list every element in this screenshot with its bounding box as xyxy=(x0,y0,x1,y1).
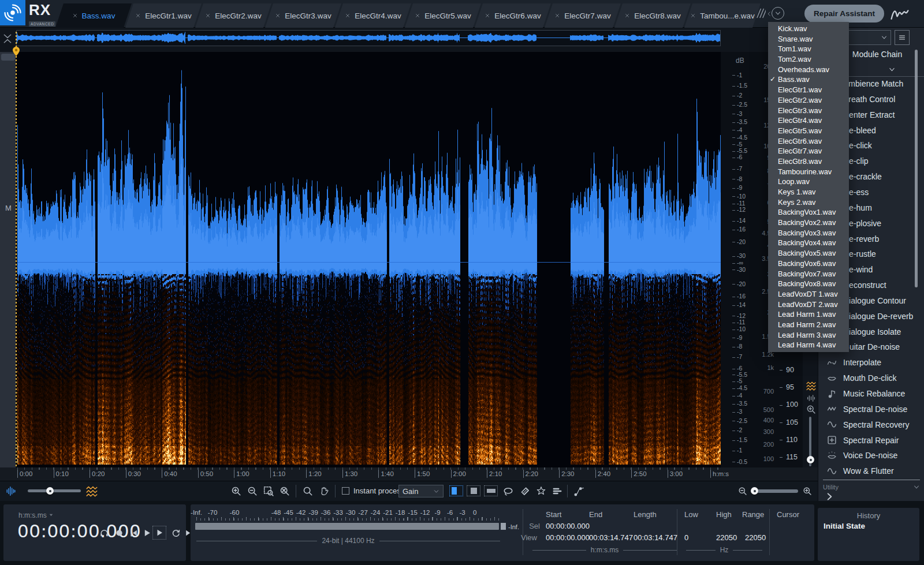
zoom-selection-button[interactable] xyxy=(263,486,274,496)
menu-item-backingvox6-wav[interactable]: BackingVox6.wav xyxy=(768,259,849,269)
horizontal-zoom-out-icon[interactable] xyxy=(738,487,747,496)
close-tab-icon[interactable] xyxy=(72,13,78,18)
repair-assistant-button[interactable]: Repair Assistant xyxy=(804,5,884,23)
module-item-spectral-recovery[interactable]: Spectral Recovery xyxy=(818,417,924,432)
utility-section-header[interactable]: Utility xyxy=(823,484,920,491)
menu-item-elecgtr4-wav[interactable]: ElecGtr4.wav xyxy=(768,115,849,126)
close-tab-icon[interactable] xyxy=(135,13,141,18)
module-item-music-rebalance[interactable]: Music Rebalance xyxy=(818,386,924,402)
spectrogram-view-toggle-icon[interactable] xyxy=(806,381,816,391)
waveform-overview-strip[interactable] xyxy=(16,30,721,46)
loop-playback-button[interactable] xyxy=(171,528,181,538)
menu-item-backingvox7-wav[interactable]: BackingVox7.wav xyxy=(768,269,849,279)
horizontal-zoom-in-icon[interactable] xyxy=(803,487,812,496)
module-item-spectral-repair[interactable]: Spectral Repair xyxy=(818,432,924,448)
magnify-tool-button[interactable] xyxy=(303,486,313,496)
view-start-value[interactable]: 00:00:00.000 xyxy=(546,533,590,542)
view-low-value[interactable]: 0 xyxy=(684,533,688,542)
menu-item-elecgtr5-wav[interactable]: ElecGtr5.wav xyxy=(768,126,849,136)
file-tab-elecgtr2-wav[interactable]: ElecGtr2.wav xyxy=(195,3,271,28)
menu-item-leadvoxdt-2-wav[interactable]: LeadVoxDT 2.wav xyxy=(768,300,849,310)
menu-item-tom2-wav[interactable]: Tom2.wav xyxy=(768,54,849,65)
brush-selection-tool[interactable] xyxy=(520,486,530,496)
hand-tool-button[interactable] xyxy=(319,486,329,496)
menu-item-leadvoxdt-1-wav[interactable]: LeadVoxDT 1.wav xyxy=(768,289,849,300)
magic-wand-tool[interactable] xyxy=(536,486,546,496)
menu-item-backingvox8-wav[interactable]: BackingVox8.wav xyxy=(768,279,849,289)
module-item-mouth-de-click[interactable]: Mouth De-click xyxy=(818,371,924,386)
view-range-value[interactable]: 22050 xyxy=(745,533,766,542)
module-item-voice-de-noise[interactable]: Voice De-noise xyxy=(818,448,924,463)
file-tab-tambou-e-wav[interactable]: Tambou...e.wav xyxy=(684,3,761,28)
time-ruler[interactable]: 0:000:100:200:300:400:501:001:101:201:30… xyxy=(0,467,924,481)
waveform-display-icon[interactable] xyxy=(6,486,16,496)
file-tab-elecgtr5-wav[interactable]: ElecGtr5.wav xyxy=(405,3,481,28)
find-similar-tool[interactable] xyxy=(552,486,562,496)
view-length-value[interactable]: 00:03:14.747 xyxy=(634,533,677,542)
menu-item-elecgtr2-wav[interactable]: ElecGtr2.wav xyxy=(768,95,849,106)
time-selection-tool[interactable] xyxy=(449,485,463,496)
more-tabs-icon[interactable] xyxy=(754,7,766,20)
menu-item-snare-wav[interactable]: Snare.wav xyxy=(768,34,849,44)
channel-strip[interactable] xyxy=(0,52,16,467)
playhead-pin-icon[interactable] xyxy=(12,46,21,57)
view-high-value[interactable]: 22050 xyxy=(716,533,737,542)
record-button[interactable] xyxy=(114,528,124,538)
display-blend-slider-thumb[interactable] xyxy=(46,487,54,495)
zoom-out-button[interactable] xyxy=(247,486,258,496)
level-meter-icon[interactable] xyxy=(806,393,816,403)
spectrogram-view[interactable] xyxy=(16,52,721,467)
menu-item-lead-harm-3-wav[interactable]: Lead Harm 3.wav xyxy=(768,330,849,341)
vertical-zoom-in-icon[interactable] xyxy=(806,405,816,414)
close-tab-icon[interactable] xyxy=(485,13,490,18)
menu-item-bass-wav[interactable]: ✓Bass.wav xyxy=(768,74,849,85)
menu-item-elecgtr1-wav[interactable]: ElecGtr1.wav xyxy=(768,85,849,95)
vertical-zoom-slider-thumb[interactable] xyxy=(807,456,814,463)
close-tab-icon[interactable] xyxy=(554,13,560,18)
menu-item-backingvox2-wav[interactable]: BackingVox2.wav xyxy=(768,218,849,228)
file-tab-elecgtr4-wav[interactable]: ElecGtr4.wav xyxy=(335,3,411,28)
play-selection-button[interactable] xyxy=(152,526,166,540)
menu-item-tambourine-wav[interactable]: Tambourine.wav xyxy=(768,167,849,177)
zoom-reset-button[interactable] xyxy=(280,486,290,496)
module-item-interpolate[interactable]: Interpolate xyxy=(818,355,924,371)
sel-start-value[interactable]: 00:00:00.000 xyxy=(546,522,590,530)
tab-list-dropdown-button[interactable] xyxy=(772,7,784,20)
file-tab-elecgtr1-wav[interactable]: ElecGtr1.wav xyxy=(125,3,202,28)
frequency-selection-tool[interactable] xyxy=(484,485,498,496)
menu-item-tom1-wav[interactable]: Tom1.wav xyxy=(768,44,849,54)
menu-item-overheads-wav[interactable]: Overheads.wav xyxy=(768,65,849,75)
close-tab-icon[interactable] xyxy=(690,13,696,18)
module-item-wow-flutter[interactable]: Wow & Flutter xyxy=(818,463,924,479)
spectrogram-display-icon[interactable] xyxy=(85,485,98,497)
time-format-selector[interactable]: h:m:s.ms xyxy=(18,511,54,519)
module-list-scrollbar[interactable] xyxy=(915,50,918,287)
file-tab-elecgtr3-wav[interactable]: ElecGtr3.wav xyxy=(265,3,341,28)
spectrogram-canvas[interactable] xyxy=(17,52,721,467)
menu-item-loop-wav[interactable]: Loop.wav xyxy=(768,177,849,187)
menu-item-elecgtr6-wav[interactable]: ElecGtr6.wav xyxy=(768,136,849,147)
menu-item-elecgtr8-wav[interactable]: ElecGtr8.wav xyxy=(768,156,849,167)
file-tab-bass-wav[interactable]: Bass.wav xyxy=(55,3,132,28)
display-blend-slider[interactable] xyxy=(28,489,81,492)
menu-item-elecgtr3-wav[interactable]: ElecGtr3.wav xyxy=(768,106,849,116)
file-tab-elecgtr7-wav[interactable]: ElecGtr7.wav xyxy=(545,3,621,28)
process-module-selector[interactable]: Gain xyxy=(398,485,444,497)
collapse-overview-icon[interactable] xyxy=(2,31,13,46)
menu-item-backingvox1-wav[interactable]: BackingVox1.wav xyxy=(768,207,849,218)
close-tab-icon[interactable] xyxy=(345,13,351,18)
menu-item-keys-2-wav[interactable]: Keys 2.wav xyxy=(768,197,849,208)
zoom-in-button[interactable] xyxy=(231,486,241,496)
panel-menu-button[interactable] xyxy=(895,30,910,45)
menu-item-lead-harm-2-wav[interactable]: Lead Harm 2.wav xyxy=(768,320,849,330)
close-tab-icon[interactable] xyxy=(415,13,420,18)
close-tab-icon[interactable] xyxy=(275,13,281,18)
time-frequency-selection-tool[interactable] xyxy=(467,485,480,496)
close-tab-icon[interactable] xyxy=(205,13,211,18)
menu-item-kick-wav[interactable]: Kick.wav xyxy=(768,24,849,34)
skip-to-start-button[interactable] xyxy=(129,528,139,538)
menu-item-lead-harm-1-wav[interactable]: Lead Harm 1.wav xyxy=(768,309,849,320)
signal-chain-tool[interactable] xyxy=(574,486,584,496)
instant-process-checkbox[interactable] xyxy=(342,487,349,495)
close-tab-icon[interactable] xyxy=(624,13,630,18)
